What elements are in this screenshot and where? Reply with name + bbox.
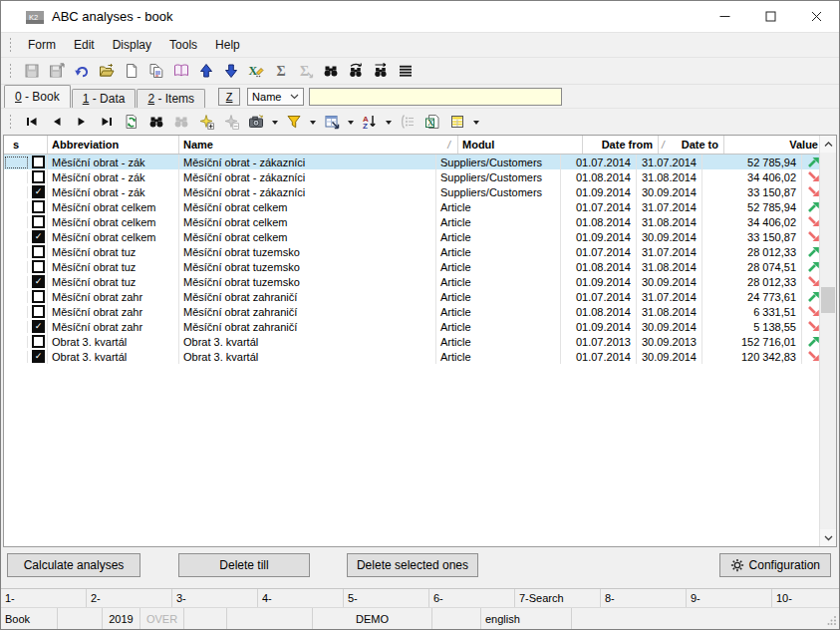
tab-data[interactable]: 1 - Data	[72, 89, 137, 108]
tab-items[interactable]: 2 - Items	[137, 89, 205, 108]
find-next-icon[interactable]	[343, 60, 368, 82]
column-header-abbreviation[interactable]: Abbreviation	[48, 136, 179, 154]
table-row[interactable]: Měsíční obrat - zákMěsíční obrat - zákaz…	[4, 184, 824, 199]
table-row[interactable]: Měsíční obrat tuzMěsíční obrat tuzemskoA…	[4, 274, 824, 289]
column-header-label: Modul	[462, 139, 494, 151]
row-checkbox[interactable]	[32, 350, 45, 363]
row-select-cell	[4, 229, 48, 244]
vertical-scrollbar[interactable]	[819, 136, 836, 546]
columns-icon[interactable]	[444, 111, 469, 133]
maximize-button[interactable]	[747, 1, 793, 32]
column-header-date_to[interactable]: /Date to	[659, 136, 724, 154]
z-button[interactable]: Z	[218, 88, 240, 106]
row-checkbox[interactable]	[32, 156, 45, 168]
table-row[interactable]: Měsíční obrat celkemMěsíční obrat celkem…	[4, 199, 824, 214]
undo-icon[interactable]	[69, 60, 94, 82]
table-row[interactable]: Měsíční obrat zahrMěsíční obrat zahranič…	[4, 289, 824, 304]
dropdown-arrow-icon[interactable]	[268, 111, 281, 133]
row-checkbox[interactable]	[32, 215, 45, 228]
list-edit-icon	[395, 111, 420, 133]
dropdown-arrow-icon[interactable]	[382, 111, 395, 133]
form-view-icon[interactable]	[319, 111, 344, 133]
column-header-value[interactable]: Value	[724, 136, 824, 154]
sum-icon[interactable]: Σ	[268, 60, 293, 82]
next-record-icon[interactable]	[69, 111, 94, 133]
delete-till-button[interactable]: Delete till	[178, 553, 310, 577]
column-header-modul[interactable]: Modul	[458, 136, 583, 154]
new-document-icon[interactable]	[119, 60, 143, 82]
table-row[interactable]: Obrat 3. kvartálObrat 3. kvartálArticle0…	[4, 349, 824, 364]
calculate-analyses-button[interactable]: Calculate analyses	[7, 553, 140, 577]
row-checkbox[interactable]	[32, 275, 45, 288]
move-up-icon[interactable]	[193, 60, 218, 82]
scrollbar-thumb[interactable]	[821, 287, 835, 313]
row-checkbox[interactable]	[32, 230, 45, 243]
row-checkbox[interactable]	[32, 320, 45, 333]
dropdown-arrow-icon[interactable]	[344, 111, 357, 133]
camera-icon[interactable]	[243, 111, 268, 133]
toolbar-grip[interactable]	[9, 37, 12, 53]
column-header-name[interactable]: Name/	[179, 136, 458, 154]
find-previous-icon[interactable]	[368, 60, 393, 82]
resize-grip[interactable]	[827, 615, 837, 627]
minimize-button[interactable]	[701, 1, 747, 32]
scroll-up-icon[interactable]	[820, 136, 836, 153]
filter-icon[interactable]	[281, 111, 306, 133]
toolbar-grip[interactable]	[9, 114, 12, 130]
svg-text:Σ: Σ	[300, 64, 309, 79]
refresh-icon[interactable]	[119, 111, 143, 133]
excel-edit-icon[interactable]: X	[243, 60, 268, 82]
sort-icon[interactable]: AZ	[357, 111, 382, 133]
dropdown-arrow-icon[interactable]	[469, 111, 482, 133]
column-header-date_from[interactable]: Date from	[583, 136, 659, 154]
table-row[interactable]: Měsíční obrat - zákMěsíční obrat - zákaz…	[4, 169, 824, 184]
menu-item-edit[interactable]: Edit	[65, 35, 104, 55]
row-checkbox[interactable]	[32, 305, 45, 318]
search-input[interactable]	[309, 88, 562, 106]
row-checkbox[interactable]	[32, 335, 45, 348]
book-icon[interactable]	[168, 60, 193, 82]
find-icon[interactable]	[318, 60, 343, 82]
configuration-button[interactable]: Configuration	[719, 553, 831, 577]
tab-book[interactable]: 0 - Book	[4, 85, 71, 108]
row-checkbox[interactable]	[32, 170, 45, 183]
row-marker	[5, 171, 28, 183]
row-checkbox[interactable]	[32, 290, 45, 303]
previous-record-icon[interactable]	[44, 111, 69, 133]
bookmark-add-icon[interactable]	[193, 111, 218, 133]
table-row[interactable]: Měsíční obrat tuzMěsíční obrat tuzemskoA…	[4, 259, 824, 274]
find-icon[interactable]	[143, 111, 168, 133]
cell-name: Měsíční obrat - zákazníci	[179, 184, 436, 199]
copy-document-icon[interactable]	[143, 60, 168, 82]
row-checkbox[interactable]	[32, 185, 45, 198]
dropdown-arrow-icon[interactable]	[306, 111, 319, 133]
menu-item-form[interactable]: Form	[19, 35, 65, 55]
delete-selected-button[interactable]: Delete selected ones	[347, 553, 478, 577]
cell-abbreviation: Obrat 3. kvartál	[48, 349, 179, 364]
open-icon[interactable]	[94, 60, 119, 82]
table-row[interactable]: Měsíční obrat celkemMěsíční obrat celkem…	[4, 229, 824, 244]
table-row[interactable]: Měsíční obrat zahrMěsíční obrat zahranič…	[4, 319, 824, 334]
table-row[interactable]: Obrat 3. kvartálObrat 3. kvartálArticle0…	[4, 334, 824, 349]
menu-item-help[interactable]: Help	[206, 35, 249, 55]
toolbar-grip[interactable]	[9, 63, 12, 79]
table-row[interactable]: Měsíční obrat tuzMěsíční obrat tuzemskoA…	[4, 244, 824, 259]
row-checkbox[interactable]	[32, 260, 45, 273]
table-row[interactable]: Měsíční obrat - zákMěsíční obrat - zákaz…	[4, 155, 824, 169]
row-checkbox[interactable]	[32, 245, 45, 258]
close-button[interactable]	[793, 1, 839, 32]
search-column-select[interactable]: Name	[247, 88, 304, 106]
scroll-down-icon[interactable]	[820, 529, 836, 546]
table-row[interactable]: Měsíční obrat celkemMěsíční obrat celkem…	[4, 214, 824, 229]
column-header-s[interactable]: s	[4, 136, 48, 154]
first-record-icon[interactable]	[19, 111, 44, 133]
row-select-cell	[4, 155, 48, 169]
table-row[interactable]: Měsíční obrat zahrMěsíční obrat zahranič…	[4, 304, 824, 319]
menu-item-display[interactable]: Display	[104, 35, 160, 55]
last-record-icon[interactable]	[94, 111, 119, 133]
excel-export-icon[interactable]: X	[420, 111, 444, 133]
menu-item-tools[interactable]: Tools	[160, 35, 206, 55]
menu-lines-icon[interactable]	[393, 60, 418, 82]
row-checkbox[interactable]	[32, 200, 45, 213]
move-down-icon[interactable]	[218, 60, 243, 82]
